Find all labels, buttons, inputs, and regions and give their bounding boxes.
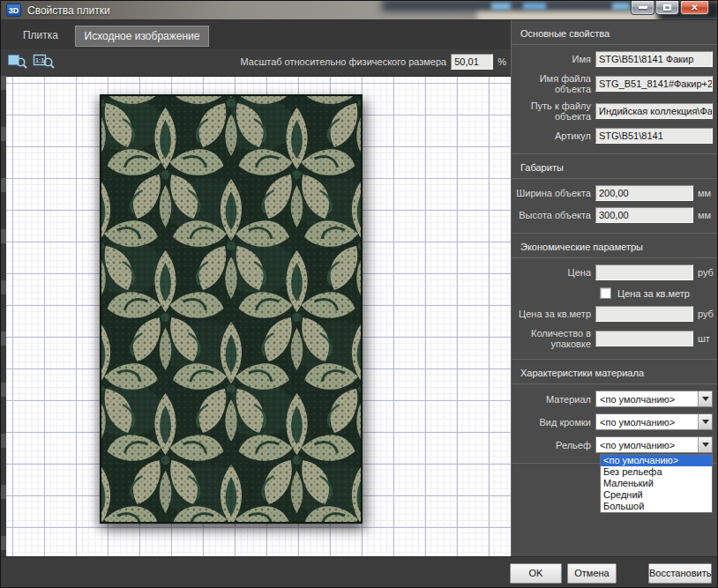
zoom-1to1-icon: 1:1: [33, 52, 56, 73]
price-unit: руб: [693, 267, 713, 278]
scale-input[interactable]: 50,01: [451, 54, 493, 70]
zoom-fit-button[interactable]: [6, 54, 29, 71]
glass-reflection: [612, 3, 630, 10]
maximize-button[interactable]: [655, 1, 679, 15]
scale-label: Масштаб относительно физического размера: [240, 56, 446, 67]
relief-dropdown-value: <по умолчанию>: [596, 440, 698, 450]
properties-panel: Основные свойства Имя STG\B51\8141 Факир…: [511, 20, 718, 556]
title-bar[interactable]: 3D Свойства плитки ✕: [1, 1, 717, 20]
dialog-footer: OK Отмена Восстановить: [1, 556, 717, 588]
width-label: Ширина объекта: [514, 188, 595, 198]
chevron-down-icon: [702, 397, 709, 401]
section-header: Основные свойства: [512, 20, 718, 45]
article-label: Артикул: [514, 130, 595, 141]
edge-dropdown-button[interactable]: [698, 414, 712, 429]
tile-source-image: [100, 94, 363, 524]
window-title: Свойства плитки: [27, 4, 110, 17]
section-economic: Экономические параметры Цена руб Цена за…: [512, 234, 718, 360]
path-label: Путь к файлу объекта: [514, 100, 595, 122]
height-field[interactable]: 300,00: [595, 207, 693, 223]
section-material: Характеристики материала Материал <по ум…: [512, 360, 718, 464]
chevron-down-icon: [702, 420, 709, 424]
path-field[interactable]: Индийская коллекция\Факир\: [595, 103, 713, 119]
qty-unit: шт: [693, 333, 713, 344]
ok-button[interactable]: OK: [510, 563, 562, 584]
material-dropdown-button[interactable]: [698, 391, 712, 406]
tab-tile[interactable]: Плитка: [11, 26, 70, 47]
edge-dropdown[interactable]: <по умолчанию>: [595, 413, 713, 430]
relief-option[interactable]: <по умолчанию>: [601, 455, 712, 466]
relief-option[interactable]: Большой: [601, 501, 712, 512]
price-per-meter-unit: руб: [693, 309, 713, 319]
relief-label: Рельеф: [514, 440, 595, 450]
section-main-properties: Основные свойства Имя STG\B51\8141 Факир…: [512, 20, 718, 154]
tab-source-image[interactable]: Исходное изображение: [75, 26, 209, 47]
zoom-fit-icon: [7, 52, 28, 73]
filename-field[interactable]: STG_B51_8141#Факир+200+300: [595, 76, 713, 92]
qty-label: Количество в упаковке: [514, 328, 595, 349]
glass-reflection: [523, 3, 546, 10]
scale-unit: %: [497, 56, 506, 67]
maximize-icon: [663, 4, 671, 11]
image-canvas[interactable]: [6, 76, 511, 556]
minimize-button[interactable]: [631, 1, 654, 15]
toolbar: 1:1 Масштаб относительно физического раз…: [1, 49, 511, 76]
material-label: Материал: [514, 394, 595, 405]
cancel-button[interactable]: Отмена: [567, 563, 617, 584]
relief-option[interactable]: Средний: [601, 489, 712, 501]
section-header: Габариты: [512, 154, 718, 179]
filename-label: Имя файла объекта: [514, 73, 595, 94]
section-header: Экономические параметры: [512, 234, 718, 258]
name-label: Имя: [514, 54, 595, 64]
qty-field[interactable]: [595, 331, 693, 346]
price-field[interactable]: [595, 264, 693, 280]
article-field[interactable]: STG\B51\8141: [595, 128, 713, 144]
name-field[interactable]: STG\B51\8141 Факир: [595, 51, 713, 67]
app-3d-icon: 3D: [6, 4, 21, 17]
tile-properties-dialog: 3D Свойства плитки ✕ Плитка Исходное изо…: [0, 0, 718, 588]
relief-dropdown-button[interactable]: [698, 437, 712, 452]
svg-text:1:1: 1:1: [35, 57, 44, 63]
close-button[interactable]: ✕: [680, 1, 709, 15]
price-per-meter-field[interactable]: [595, 306, 693, 322]
relief-dropdown[interactable]: <по умолчанию>: [595, 436, 713, 453]
price-label: Цена: [514, 267, 595, 278]
relief-dropdown-list: <по умолчанию> Без рельефа Маленький Сре…: [600, 454, 713, 513]
height-unit: мм: [693, 210, 713, 220]
glass-reflection: [491, 3, 511, 10]
relief-option[interactable]: Маленький: [601, 478, 712, 489]
price-per-meter-checkbox-label: Цена за кв.метр: [617, 288, 690, 299]
section-header: Характеристики материала: [512, 360, 718, 384]
relief-option[interactable]: Без рельефа: [601, 466, 712, 478]
minimize-icon: [639, 6, 647, 9]
edge-dropdown-value: <по умолчанию>: [596, 417, 698, 428]
material-dropdown-value: <по умолчанию>: [596, 394, 698, 405]
width-unit: мм: [693, 188, 713, 198]
height-label: Высота объекта: [514, 210, 595, 220]
price-per-meter-label: Цена за кв.метр: [514, 309, 595, 319]
edge-label: Вид кромки: [514, 417, 595, 428]
width-field[interactable]: 200,00: [595, 185, 693, 201]
chevron-down-icon: [702, 443, 709, 447]
zoom-actual-size-button[interactable]: 1:1: [33, 54, 56, 71]
tab-bar: Плитка Исходное изображение: [1, 20, 511, 49]
restore-button[interactable]: Восстановить: [648, 563, 712, 584]
material-dropdown[interactable]: <по умолчанию>: [595, 391, 713, 407]
price-per-meter-checkbox[interactable]: [600, 287, 611, 299]
section-dimensions: Габариты Ширина объекта 200,00 мм Высота…: [512, 154, 718, 234]
